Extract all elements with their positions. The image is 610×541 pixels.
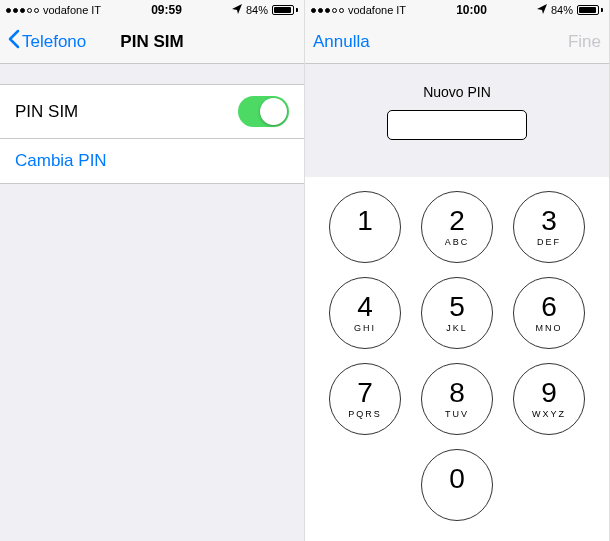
status-bar: vodafone IT 09:59 84%: [0, 0, 304, 20]
back-button[interactable]: Telefono: [8, 29, 86, 54]
row-pin-sim: PIN SIM: [0, 85, 304, 139]
clock-label: 10:00: [456, 3, 487, 17]
key-digit: 4: [357, 293, 373, 321]
key-letters: DEF: [537, 237, 561, 247]
done-button[interactable]: Fine: [568, 32, 601, 52]
key-1[interactable]: 1: [329, 191, 401, 263]
battery-icon: [577, 5, 603, 15]
pin-label: Nuovo PIN: [423, 84, 491, 100]
signal-icon: [6, 8, 39, 13]
pin-input[interactable]: [387, 110, 527, 140]
status-right: 84%: [232, 4, 298, 16]
key-7[interactable]: 7 PQRS: [329, 363, 401, 435]
key-3[interactable]: 3 DEF: [513, 191, 585, 263]
key-0[interactable]: 0: [421, 449, 493, 521]
key-digit: 5: [449, 293, 465, 321]
nav-bar: Annulla Fine: [305, 20, 609, 64]
battery-pct-label: 84%: [246, 4, 268, 16]
pin-sim-toggle[interactable]: [238, 96, 289, 127]
key-4[interactable]: 4 GHI: [329, 277, 401, 349]
settings-screen: vodafone IT 09:59 84% Telefono PIN SIM: [0, 0, 305, 541]
key-digit: 0: [449, 465, 465, 493]
row-label: PIN SIM: [15, 102, 78, 122]
key-digit: 3: [541, 207, 557, 235]
carrier-label: vodafone IT: [348, 4, 406, 16]
battery-pct-label: 84%: [551, 4, 573, 16]
key-5[interactable]: 5 JKL: [421, 277, 493, 349]
nav-bar: Telefono PIN SIM: [0, 20, 304, 64]
key-blank: [513, 449, 585, 521]
clock-label: 09:59: [151, 3, 182, 17]
key-letters: JKL: [446, 323, 468, 333]
key-letters: WXYZ: [532, 409, 566, 419]
status-bar: vodafone IT 10:00 84%: [305, 0, 609, 20]
battery-icon: [272, 5, 298, 15]
settings-list: PIN SIM Cambia PIN: [0, 84, 304, 184]
chevron-left-icon: [8, 29, 20, 54]
key-letters: TUV: [445, 409, 469, 419]
toggle-knob: [260, 98, 287, 125]
key-digit: 7: [357, 379, 373, 407]
key-digit: 1: [357, 207, 373, 235]
key-letters: ABC: [445, 237, 470, 247]
key-8[interactable]: 8 TUV: [421, 363, 493, 435]
key-2[interactable]: 2 ABC: [421, 191, 493, 263]
carrier-label: vodafone IT: [43, 4, 101, 16]
row-label: Cambia PIN: [15, 151, 107, 171]
back-label: Telefono: [22, 32, 86, 52]
key-9[interactable]: 9 WXYZ: [513, 363, 585, 435]
pin-area: Nuovo PIN: [305, 64, 609, 140]
key-letters: MNO: [536, 323, 563, 333]
keypad: 1 2 ABC 3 DEF 4 GHI 5 JKL 6 MNO 7 PQRS 8: [305, 177, 609, 541]
key-blank: [329, 449, 401, 521]
pin-entry-screen: vodafone IT 10:00 84% Annulla Fine Nuovo…: [305, 0, 610, 541]
cancel-button[interactable]: Annulla: [313, 32, 370, 52]
key-digit: 6: [541, 293, 557, 321]
signal-icon: [311, 8, 344, 13]
status-left: vodafone IT: [6, 4, 101, 16]
key-digit: 8: [449, 379, 465, 407]
location-icon: [232, 4, 242, 16]
status-left: vodafone IT: [311, 4, 406, 16]
key-letters: PQRS: [348, 409, 382, 419]
key-digit: 2: [449, 207, 465, 235]
key-6[interactable]: 6 MNO: [513, 277, 585, 349]
status-right: 84%: [537, 4, 603, 16]
location-icon: [537, 4, 547, 16]
key-digit: 9: [541, 379, 557, 407]
key-letters: GHI: [354, 323, 376, 333]
row-cambia-pin[interactable]: Cambia PIN: [0, 139, 304, 183]
